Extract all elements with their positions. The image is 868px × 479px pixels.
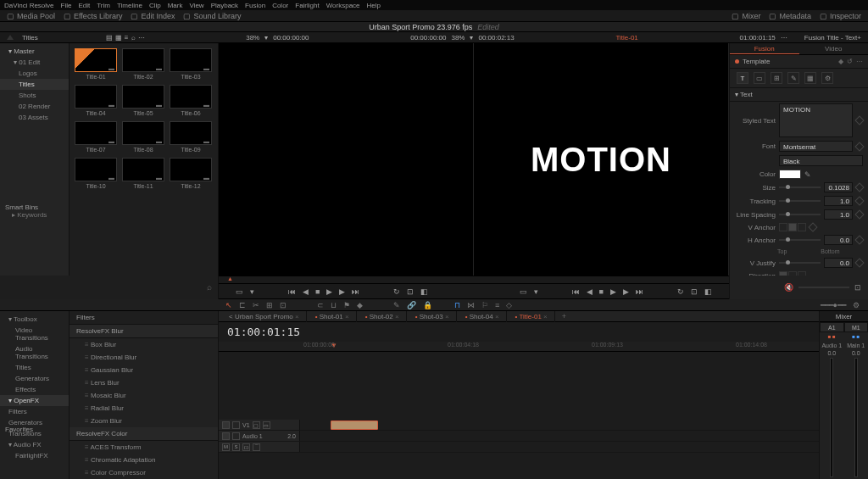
fx-tree-item[interactable]: Generators [0,373,69,384]
mixer-m1[interactable]: M1 [844,322,869,332]
sidebar-item[interactable]: Shots [0,90,69,101]
fx-tree-item[interactable]: ▾ Audio FX [0,439,69,450]
clip-thumbnail[interactable]: Title-01 [75,48,117,80]
timeline-tab[interactable]: Shot-03 [409,311,457,322]
clip-thumbnail[interactable]: Title-11 [122,158,164,189]
menu-fusion[interactable]: Fusion [245,2,265,9]
timeline-tab[interactable]: Shot-01 [309,311,357,322]
toolbar-edit-index[interactable]: Edit Index [131,12,175,20]
menu-view[interactable]: View [189,2,203,9]
razor-icon[interactable]: ✎ [393,301,400,309]
prev-frame-icon[interactable]: ◀ [303,287,309,296]
fx-tree-item[interactable]: Video Transitions [0,325,69,343]
track-dest-icon[interactable]: ▭ [263,421,270,429]
layout-tab-icon[interactable]: ▭ [754,72,765,84]
menu-icon[interactable]: ⋯ [138,34,145,42]
view-icon[interactable]: ▤ [106,34,113,42]
fx-tree-item[interactable]: FairlightFX [0,450,69,461]
clip-thumbnail[interactable]: Title-02 [122,48,164,80]
eyedropper-icon[interactable]: ✎ [804,170,811,179]
arrow-tool-icon[interactable]: ↖ [225,301,232,309]
menu-workspace[interactable]: Workspace [326,2,360,9]
video-clip[interactable] [331,421,378,430]
play-icon[interactable]: ▶ [326,287,332,296]
curve-toggle[interactable]: ⌒ [253,443,260,451]
last-frame-icon[interactable]: ⏭ [352,287,359,296]
options-icon[interactable]: ⚙ [853,301,860,309]
prev-frame-icon[interactable]: ◀ [587,287,593,296]
fx-item[interactable]: Mosaic Blur [70,389,218,402]
toolbar-inspector[interactable]: Inspector [820,12,861,20]
shading-tab-icon[interactable]: ✎ [787,72,799,84]
fx-item[interactable]: Box Blur [70,338,218,351]
size-slider[interactable] [779,187,821,188]
menu-icon[interactable]: ⋯ [781,34,787,42]
tracking-slider[interactable] [779,200,821,202]
keyframe-icon[interactable] [854,258,864,267]
menu-playback[interactable]: Playback [211,2,238,9]
track-auto-icon[interactable]: ▢ [253,421,260,429]
blade-tool-icon[interactable]: ✂ [253,301,259,309]
chain-icon[interactable]: ⋈ [467,301,475,309]
fx-item[interactable]: Color Compressor [70,466,218,479]
dim-icon[interactable]: ⊡ [854,283,861,292]
timeline-tab[interactable]: Title-01 [509,311,555,322]
sidebar-item[interactable]: 02 Render [0,101,69,112]
text-tab-icon[interactable]: T [737,72,748,84]
link-icon[interactable]: ⊂ [317,301,324,309]
snap-toggle-icon[interactable]: ⊓ [454,301,460,309]
last-frame-icon[interactable]: ⏭ [636,287,643,296]
arm-toggle[interactable]: ⊡ [242,443,250,451]
mute-toggle[interactable]: M [222,443,230,451]
marker-icon[interactable]: ◆ [357,301,363,309]
clip-thumbnail[interactable]: Title-06 [170,85,212,116]
fx-category[interactable]: ResolveFX Color [70,427,218,441]
sidebar-item[interactable]: Logos [0,68,69,79]
next-frame-icon[interactable]: ▶ [339,287,345,296]
clip-thumbnail[interactable]: Title-03 [170,48,212,80]
trim-tool-icon[interactable]: ⊏ [239,301,246,309]
stop-icon[interactable]: ■ [599,287,604,296]
clip-thumbnail[interactable]: Title-05 [122,85,164,116]
play-icon[interactable]: ▶ [610,287,616,296]
fx-item[interactable]: Radial Blur [70,402,218,415]
viewer-mode-icon[interactable]: ▭ [520,287,527,296]
styled-text-input[interactable]: MOTION [779,103,853,137]
clip-thumbnail[interactable]: Title-08 [122,121,164,153]
loop-icon[interactable]: ↻ [393,287,400,296]
menu-edit[interactable]: Edit [78,2,90,9]
mark-icon[interactable]: ◧ [704,287,712,296]
menu-trim[interactable]: Trim [97,2,110,9]
toolbar-sound-library[interactable]: Sound Library [183,12,241,20]
fx-item[interactable]: Chromatic Adaptation [70,454,218,466]
menu-icon[interactable]: ⋯ [856,58,863,65]
track-lock-toggle[interactable] [232,421,240,429]
toolbar-mixer[interactable]: Mixer [732,12,760,20]
timeline-viewer[interactable]: MOTION [474,43,729,276]
timeline-tab[interactable]: < Urban Sport Promo [222,311,307,322]
fx-item[interactable]: Zoom Blur [70,415,218,427]
fx-tree-item[interactable]: Titles [0,362,69,373]
menu-davinci-resolve[interactable]: DaVinci Resolve [4,2,54,9]
fx-tree-item[interactable]: ▾ Toolbox [0,314,69,325]
flag-toggle-icon[interactable]: ⚐ [481,301,488,309]
fx-item[interactable]: ACES Transform [70,441,218,454]
position-lock-icon[interactable]: 🔒 [423,301,432,309]
view-icon[interactable]: ▦ [115,34,122,42]
toolbar-effects-library[interactable]: Effects Library [64,12,122,20]
keyframe-icon[interactable] [854,142,864,151]
timeline-tab[interactable]: Shot-04 [459,311,507,322]
loop-icon[interactable]: ↻ [677,287,684,296]
vjustify-slider[interactable] [779,262,821,264]
section-text[interactable]: Text [730,88,868,102]
match-icon[interactable]: ⊡ [691,287,698,296]
color-swatch[interactable] [779,170,801,179]
first-frame-icon[interactable]: ⏮ [572,287,580,296]
linespacing-value[interactable]: 1.0 [824,209,853,220]
snap-icon[interactable]: ⊔ [331,301,337,309]
match-icon[interactable]: ⊡ [407,287,414,296]
search-icon[interactable]: ⌕ [131,34,136,42]
mute-icon[interactable]: 🔇 [784,283,793,292]
clip-thumbnail[interactable]: Title-09 [170,121,212,153]
reset-icon[interactable]: ↺ [847,58,853,65]
